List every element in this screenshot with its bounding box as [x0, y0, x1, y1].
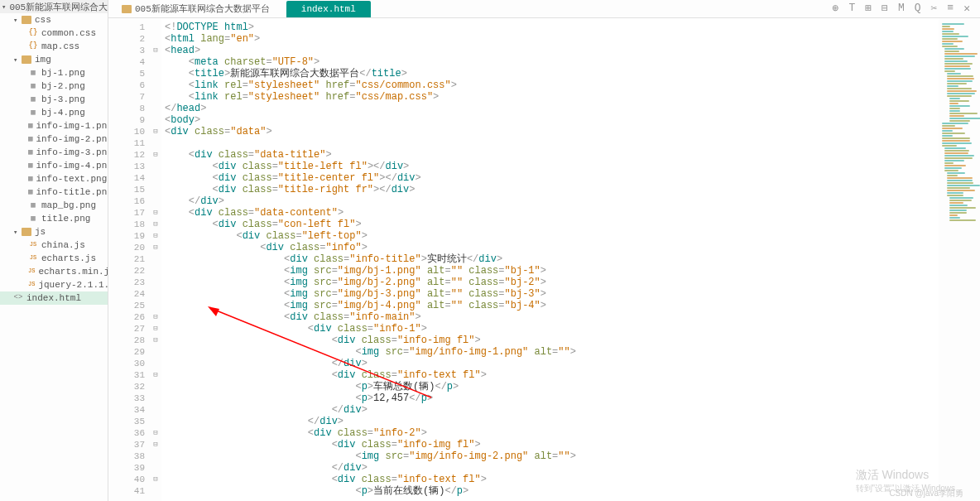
- code-line[interactable]: <div class="left-top">: [165, 230, 939, 242]
- tree-file[interactable]: bj-4.png: [0, 106, 108, 119]
- code-line[interactable]: </div>: [165, 195, 939, 207]
- code-content[interactable]: <!DOCTYPE html><html lang="en"><head> <m…: [161, 18, 939, 501]
- code-line[interactable]: <img src="img/bj-3.png" alt="" class="bj…: [165, 288, 939, 300]
- minimap-line: [947, 172, 965, 174]
- toolbar-icon-1[interactable]: T: [847, 2, 857, 15]
- breadcrumb-tab[interactable]: 005新能源车联网综合大数据平台: [113, 0, 278, 18]
- code-line[interactable]: <body>: [165, 114, 939, 126]
- toolbar-icon-3[interactable]: ⊟: [880, 2, 890, 15]
- tree-folder-css[interactable]: ▾css: [0, 13, 108, 26]
- tree-file[interactable]: bj-1.png: [0, 66, 108, 79]
- code-line[interactable]: <div class="info">: [165, 242, 939, 253]
- toolbar-icon-8[interactable]: ✕: [962, 2, 972, 15]
- tree-file[interactable]: jquery-2.1.1.min.js: [0, 278, 108, 291]
- code-line[interactable]: <div class="info-img fl">: [165, 335, 939, 346]
- code-line[interactable]: <html lang="en">: [165, 33, 939, 45]
- fold-marker[interactable]: ⊟: [150, 427, 161, 439]
- code-line[interactable]: <p>12,457</p>: [165, 393, 939, 404]
- toolbar-icon-2[interactable]: ⊞: [863, 2, 873, 15]
- fold-marker: [150, 253, 161, 265]
- code-line[interactable]: <img src="img/bj-4.png" alt="" class="bj…: [165, 300, 939, 311]
- code-line[interactable]: </div>: [165, 404, 939, 416]
- code-line[interactable]: <div class="data-title">: [165, 149, 939, 161]
- tree-folder-js[interactable]: ▾js: [0, 225, 108, 238]
- fold-marker[interactable]: ⊟: [150, 230, 161, 242]
- code-line[interactable]: <p>当前在线数(辆)</p>: [165, 485, 939, 497]
- code-line[interactable]: <head>: [165, 45, 939, 56]
- toolbar-icon-6[interactable]: ✂: [930, 2, 939, 15]
- fold-marker[interactable]: ⊟: [150, 242, 161, 253]
- fold-marker[interactable]: ⊟: [150, 45, 161, 56]
- tree-folder-img[interactable]: ▾img: [0, 53, 108, 66]
- fold-marker[interactable]: ⊟: [150, 335, 161, 346]
- code-line[interactable]: <div class="info-2">: [165, 427, 939, 439]
- code-line[interactable]: <div class="data-content">: [165, 207, 939, 219]
- code-line[interactable]: <div class="info-text fl">: [165, 369, 939, 381]
- code-line[interactable]: </div>: [165, 416, 939, 427]
- code-line[interactable]: <meta charset="UTF-8">: [165, 56, 939, 68]
- toolbar-icon-4[interactable]: M: [896, 2, 906, 15]
- code-line[interactable]: <img src="img/bj-1.png" alt="" class="bj…: [165, 265, 939, 277]
- active-file-tab[interactable]: index.html: [286, 1, 371, 17]
- toolbar-icon-0[interactable]: ⊕: [831, 2, 841, 15]
- fold-marker[interactable]: ⊟: [150, 207, 161, 219]
- fold-marker[interactable]: ⊟: [150, 311, 161, 323]
- toolbar-icon-7[interactable]: ≡: [945, 2, 955, 15]
- fold-marker[interactable]: ⊟: [150, 219, 161, 230]
- code-line[interactable]: <div class="info-main">: [165, 311, 939, 323]
- code-line[interactable]: <link rel="stylesheet" href="css/common.…: [165, 79, 939, 91]
- tree-file[interactable]: china.js: [0, 238, 108, 252]
- code-line[interactable]: <div class="title-right fr"></div>: [165, 184, 939, 195]
- tree-file[interactable]: info-img-3.png: [0, 146, 108, 159]
- code-line[interactable]: <div class="title-center fl"></div>: [165, 172, 939, 184]
- tree-root-label: 005新能源车联网综合大...: [9, 1, 108, 13]
- code-line[interactable]: <div class="info-title">实时统计</div>: [165, 253, 939, 265]
- tree-file[interactable]: title.png: [0, 212, 108, 225]
- fold-marker[interactable]: ⊟: [150, 439, 161, 450]
- code-line[interactable]: <!DOCTYPE html>: [165, 22, 939, 33]
- code-line[interactable]: <link rel="stylesheet" href="css/map.css…: [165, 91, 939, 103]
- code-line[interactable]: <img src="img/info-img-1.png" alt="">: [165, 346, 939, 358]
- tree-file[interactable]: map_bg.png: [0, 199, 108, 212]
- tree-file[interactable]: info-img-4.png: [0, 159, 108, 172]
- code-line[interactable]: <p>车辆总数(辆)</p>: [165, 381, 939, 393]
- tree-file[interactable]: info-text.png: [0, 172, 108, 185]
- fold-marker[interactable]: ⊟: [150, 149, 161, 161]
- code-line[interactable]: <img src="img/info-img-2.png" alt="">: [165, 450, 939, 462]
- tree-file[interactable]: info-title.png: [0, 185, 108, 199]
- tree-file[interactable]: info-img-1.png: [0, 119, 108, 132]
- tree-file[interactable]: bj-2.png: [0, 79, 108, 93]
- code-line[interactable]: <img src="img/bj-2.png" alt="" class="bj…: [165, 277, 939, 288]
- tree-file[interactable]: echarts.min.js: [0, 265, 108, 278]
- minimap-line: [944, 150, 969, 152]
- code-line[interactable]: <div class="info-img fl">: [165, 439, 939, 450]
- fold-column[interactable]: ⊟⊟⊟⊟⊟⊟⊟⊟⊟⊟⊟⊟⊟⊟: [150, 18, 161, 501]
- code-line[interactable]: <title>新能源车联网综合大数据平台</title>: [165, 68, 939, 79]
- fold-marker: [150, 22, 161, 33]
- code-line[interactable]: <div class="title-left fl"></div>: [165, 161, 939, 172]
- toolbar-icon-5[interactable]: Q: [913, 2, 923, 15]
- tree-file[interactable]: common.css: [0, 26, 108, 40]
- code-line[interactable]: <div class="con-left fl">: [165, 219, 939, 230]
- code-line[interactable]: </head>: [165, 103, 939, 114]
- code-line[interactable]: </div>: [165, 462, 939, 474]
- code-line[interactable]: <div class="info-text fl">: [165, 474, 939, 485]
- fold-marker[interactable]: ⊟: [150, 474, 161, 485]
- code-line[interactable]: <div class="info-1">: [165, 323, 939, 335]
- tree-file[interactable]: echarts.js: [0, 252, 108, 265]
- tree-file[interactable]: bj-3.png: [0, 93, 108, 106]
- editor-area[interactable]: 1234567891011121314151617181920212223242…: [108, 18, 980, 501]
- fold-marker[interactable]: ⊟: [150, 126, 161, 137]
- code-line[interactable]: </div>: [165, 358, 939, 369]
- tree-root[interactable]: ▾ 005新能源车联网综合大...: [0, 0, 108, 13]
- code-line[interactable]: [165, 137, 939, 149]
- tree-file-index-html[interactable]: index.html: [0, 291, 108, 305]
- tree-file[interactable]: info-img-2.png: [0, 132, 108, 146]
- fold-marker[interactable]: ⊟: [150, 323, 161, 335]
- tree-file[interactable]: map.css: [0, 40, 108, 53]
- fold-marker[interactable]: ⊟: [150, 369, 161, 381]
- minimap[interactable]: [939, 18, 980, 501]
- file-tree[interactable]: ▾ 005新能源车联网综合大... ▾csscommon.cssmap.css▾…: [0, 0, 108, 501]
- png-file-icon: [28, 187, 32, 197]
- code-line[interactable]: <div class="data">: [165, 126, 939, 137]
